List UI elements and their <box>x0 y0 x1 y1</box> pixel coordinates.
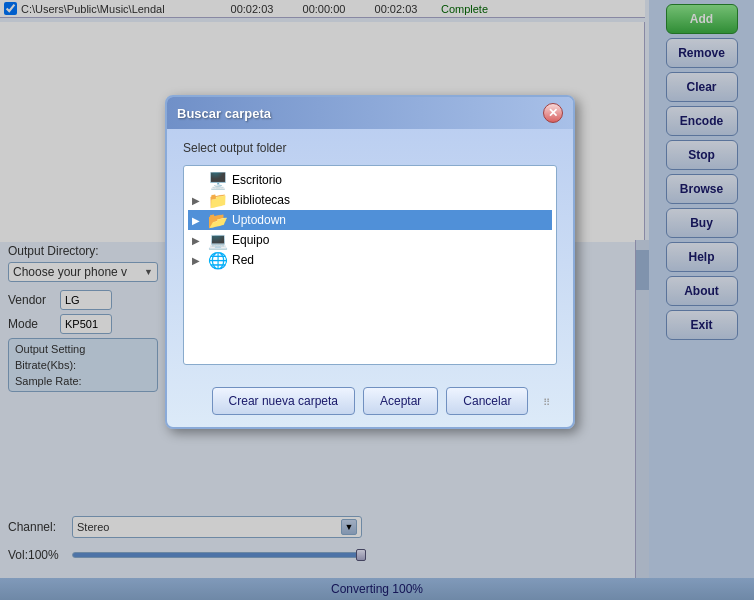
dialog-subtitle: Select output folder <box>183 141 557 155</box>
tree-item-uptodown[interactable]: ▶ 📂 Uptodown <box>188 210 552 230</box>
tree-item-libraries[interactable]: ▶ 📁 Bibliotecas <box>188 190 552 210</box>
tree-arrow-uptodown: ▶ <box>192 215 204 226</box>
tree-arrow-network: ▶ <box>192 255 204 266</box>
folder-tree-container: 🖥️ Escritorio ▶ 📁 Bibliotecas ▶ 📂 Uptodo… <box>183 165 557 365</box>
tree-item-desktop[interactable]: 🖥️ Escritorio <box>188 170 552 190</box>
cancel-button[interactable]: Cancelar <box>446 387 528 415</box>
dialog-body: Select output folder 🖥️ Escritorio ▶ 📁 B… <box>167 129 573 377</box>
folder-tree[interactable]: 🖥️ Escritorio ▶ 📁 Bibliotecas ▶ 📂 Uptodo… <box>183 165 557 365</box>
tree-label-network: Red <box>232 253 254 267</box>
dialog-title: Buscar carpeta <box>177 106 271 121</box>
tree-label-desktop: Escritorio <box>232 173 282 187</box>
tree-arrow-computer: ▶ <box>192 235 204 246</box>
dialog-titlebar: Buscar carpeta ✕ <box>167 97 573 129</box>
uptodown-icon: 📂 <box>208 212 228 228</box>
computer-icon: 💻 <box>208 232 228 248</box>
tree-label-computer: Equipo <box>232 233 269 247</box>
tree-label-libraries: Bibliotecas <box>232 193 290 207</box>
dialog-footer: Crear nueva carpeta Aceptar Cancelar <box>167 377 573 427</box>
accept-button[interactable]: Aceptar <box>363 387 438 415</box>
network-icon: 🌐 <box>208 252 228 268</box>
tree-item-network[interactable]: ▶ 🌐 Red <box>188 250 552 270</box>
dialog-close-button[interactable]: ✕ <box>543 103 563 123</box>
resize-grip[interactable]: ⠿ <box>543 398 555 410</box>
libraries-icon: 📁 <box>208 192 228 208</box>
new-folder-button[interactable]: Crear nueva carpeta <box>212 387 355 415</box>
tree-item-computer[interactable]: ▶ 💻 Equipo <box>188 230 552 250</box>
tree-label-uptodown: Uptodown <box>232 213 286 227</box>
tree-arrow-libraries: ▶ <box>192 195 204 206</box>
desktop-icon: 🖥️ <box>208 172 228 188</box>
buscar-carpeta-dialog: Buscar carpeta ✕ Select output folder 🖥️… <box>165 95 575 429</box>
